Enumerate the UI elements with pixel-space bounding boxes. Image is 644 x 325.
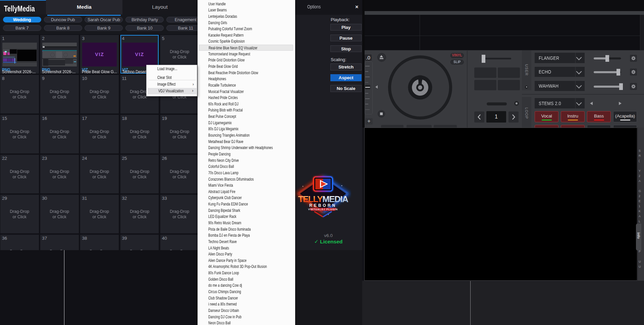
svg-text:VIRTUALDJ PLUGIN: VIRTUALDJ PLUGIN bbox=[308, 208, 338, 211]
svg-text:TELLYMEDIA: TELLYMEDIA bbox=[298, 194, 348, 204]
svg-text:REBORN: REBORN bbox=[309, 203, 337, 208]
